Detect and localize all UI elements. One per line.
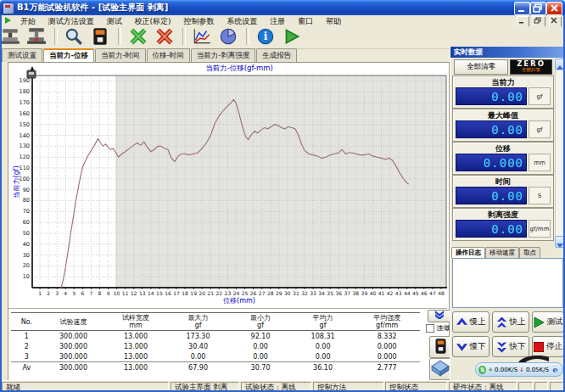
- collapse-table-button[interactable]: [428, 310, 451, 322]
- app-window: B1万能试验机软件 - [试验主界面 剥离] 开始 测试方法设置 测试 校正(标…: [0, 0, 565, 392]
- col-no: No.: [11, 318, 42, 326]
- svg-text:i: i: [264, 31, 268, 42]
- current-force-value: 0.00: [456, 87, 527, 105]
- svg-text:140: 140: [20, 132, 30, 139]
- svg-text:25: 25: [242, 290, 249, 296]
- svg-text:60: 60: [23, 219, 30, 226]
- svg-text:46: 46: [421, 290, 428, 296]
- restore-button[interactable]: [530, 2, 546, 15]
- svg-text:15: 15: [156, 290, 163, 296]
- svg-text:21: 21: [207, 290, 214, 296]
- table-row[interactable]: 3300.00013.0000.000.000.000.000: [11, 351, 420, 362]
- test-button[interactable]: 测试: [532, 311, 564, 333]
- svg-text:32: 32: [301, 290, 308, 296]
- minimize-button[interactable]: [514, 2, 530, 15]
- col-avg-strength: 平均强度: [354, 314, 420, 322]
- chart-y-axis-label: 当前力(gf): [12, 160, 21, 205]
- svg-text:1: 1: [38, 290, 42, 296]
- svg-text:50: 50: [23, 230, 30, 237]
- tab-displacement-time[interactable]: 位移-时间: [147, 48, 190, 62]
- svg-text:7: 7: [90, 290, 93, 296]
- svg-text:29: 29: [276, 290, 282, 296]
- zoom-icon[interactable]: [64, 27, 86, 48]
- svg-text:48: 48: [438, 290, 445, 296]
- browser-e-icon[interactable]: e: [551, 365, 560, 375]
- toolbar-separator: [54, 28, 58, 45]
- svg-text:70: 70: [23, 208, 30, 215]
- svg-text:4: 4: [64, 290, 67, 296]
- svg-text:150: 150: [20, 121, 30, 128]
- svg-text:10: 10: [114, 290, 120, 296]
- stop-icon: [534, 342, 544, 352]
- svg-text:33: 33: [310, 290, 316, 296]
- table-row-average[interactable]: Av300.00013.00067.9030.7036.102.777: [11, 362, 420, 373]
- svg-text:37: 37: [344, 290, 350, 296]
- double-arrow-down-icon: [496, 341, 507, 353]
- table-row[interactable]: 1300.00013.000173.3092.10108.318.332: [11, 331, 420, 342]
- window-border: [0, 15, 2, 392]
- svg-text:26: 26: [250, 290, 257, 296]
- memory-card-icon[interactable]: [90, 27, 112, 48]
- svg-text:34: 34: [318, 290, 325, 296]
- fast-up-button[interactable]: 快上: [492, 311, 529, 333]
- specimen-clamp-icon[interactable]: [0, 27, 22, 48]
- svg-text:22: 22: [216, 290, 223, 296]
- tab-force-displacement[interactable]: 当前力-位移: [43, 48, 94, 62]
- tab-generate-report[interactable]: 生成报告: [256, 48, 297, 62]
- svg-text:47: 47: [429, 290, 436, 296]
- svg-text:90: 90: [23, 187, 30, 193]
- run-icon[interactable]: [282, 27, 304, 48]
- red-cross-icon[interactable]: [154, 27, 176, 48]
- window-title: B1万能试验机软件 - [试验主界面 剥离]: [17, 2, 168, 14]
- tab-operation-log[interactable]: 操作日志: [451, 247, 485, 258]
- control-tabs: 操作日志移动速度取点: [451, 247, 565, 258]
- svg-text:20: 20: [23, 262, 30, 269]
- col-min-force: 最小力: [229, 314, 292, 322]
- tab-move-speed[interactable]: 移动速度: [485, 247, 519, 258]
- curves-icon[interactable]: [192, 27, 214, 48]
- svg-text:6: 6: [81, 290, 84, 296]
- info-icon[interactable]: i: [255, 27, 277, 48]
- menu-bar: 开始 测试方法设置 测试 校正(标定) 控制参数 系统设置 注册 窗口 帮助: [0, 15, 565, 27]
- svg-text:160: 160: [20, 110, 30, 117]
- col-test-speed: 试验速度: [42, 318, 105, 326]
- svg-text:9: 9: [107, 290, 110, 296]
- zero-button[interactable]: ZERO 全部归零: [510, 59, 552, 75]
- green-cross-icon[interactable]: [128, 27, 150, 48]
- svg-text:17: 17: [173, 290, 180, 296]
- svg-text:11: 11: [122, 290, 129, 296]
- table-row[interactable]: 2300.00013.00030.400.000.000.000: [11, 341, 420, 351]
- chart-plot[interactable]: 1020304050607080901001101201301401501601…: [8, 63, 447, 308]
- pie-chart-icon[interactable]: [218, 27, 240, 48]
- view-tabs: 测试设置当前力-位移当前力-时间位移-时间当前力-剥离强度生成报告: [2, 48, 450, 62]
- tab-force-peel-strength[interactable]: 当前力-剥离强度: [191, 48, 256, 62]
- tab-pick-point[interactable]: 取点: [519, 247, 540, 258]
- svg-text:42: 42: [387, 290, 394, 296]
- tab-test-settings[interactable]: 测试设置: [2, 48, 42, 62]
- checkbox-box[interactable]: [426, 324, 434, 333]
- slow-down-button[interactable]: 慢下: [452, 336, 489, 357]
- toolbar-separator: [182, 28, 186, 45]
- operation-log-list[interactable]: [452, 258, 563, 308]
- slow-up-button[interactable]: 慢上: [452, 311, 489, 333]
- realtime-panel-header: 实时数据: [450, 47, 565, 58]
- readout-peel-strength: 剥离强度 0.00 gf/mm: [452, 208, 554, 241]
- menu-run-icon[interactable]: [5, 17, 11, 24]
- tab-force-time[interactable]: 当前力-时间: [95, 48, 146, 62]
- chart-x-axis-label: 位移(mm): [171, 296, 307, 305]
- app-icon: [3, 3, 14, 14]
- svg-text:18: 18: [182, 290, 188, 296]
- arrow-up-icon: [456, 317, 467, 328]
- svg-text:180: 180: [20, 88, 30, 95]
- close-button[interactable]: [546, 2, 562, 15]
- readout-displacement: 位移 0.000 mm: [452, 142, 554, 175]
- network-speed-widget[interactable]: ⇅ +0.00K/S ↓0.05K/S e: [475, 362, 563, 377]
- zero-all-button[interactable]: 全部清零: [454, 59, 508, 75]
- double-arrow-up-icon: [496, 316, 507, 328]
- machine-press-icon[interactable]: [26, 27, 48, 48]
- svg-text:36: 36: [335, 290, 342, 296]
- panel-divider: [8, 308, 447, 311]
- peel-strength-value: 0.00: [456, 220, 527, 238]
- svg-text:19: 19: [190, 290, 197, 296]
- svg-text:24: 24: [233, 290, 240, 296]
